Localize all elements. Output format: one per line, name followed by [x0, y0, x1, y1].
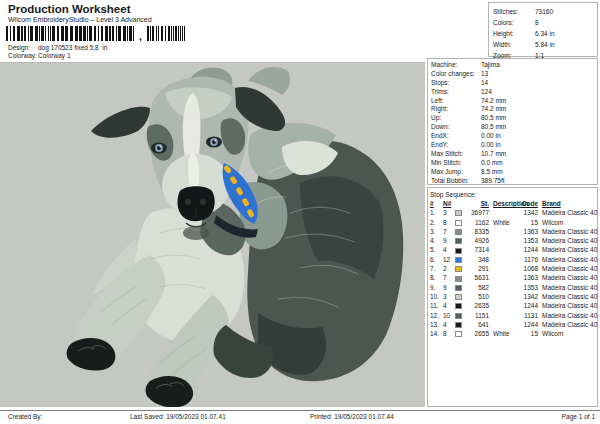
colorway-value: Colorway 1	[38, 52, 71, 59]
stop-sequence-row: 10.35101342Madeira Classic 40	[430, 292, 597, 301]
info-label: Height:	[493, 28, 535, 39]
stop-sequence-row: 3.783351363Madeira Classic 40	[430, 227, 597, 236]
column-header: St.	[466, 199, 491, 208]
cell-st: 4926	[466, 236, 491, 245]
info-label: Stitches:	[493, 6, 535, 17]
cell-num: 13.	[430, 320, 443, 329]
info-row: Left:74.2 mm	[431, 97, 597, 106]
info-row: Right:74.2 mm	[431, 105, 597, 114]
info-row: Trims:124	[431, 88, 597, 97]
info-value: 389.75ft	[481, 177, 597, 186]
info-label: Left:	[431, 97, 481, 106]
info-row: Color changes:13	[431, 70, 597, 79]
cell-code: 1131	[513, 311, 538, 320]
dog-left-eye	[151, 142, 167, 153]
info-label: Min Stitch:	[431, 159, 481, 168]
info-label: Up:	[431, 114, 481, 123]
column-header: N#	[443, 199, 455, 208]
colorway-row: Colorway:Colorway 1	[8, 52, 71, 59]
info-value: 80.5 mm	[481, 114, 597, 123]
cell-brand: Madeira Classic 40	[538, 320, 597, 329]
info-value: 8	[535, 17, 597, 28]
barcode-separator: ,	[139, 31, 142, 42]
dog-right-eye	[206, 136, 222, 147]
cell-st: 510	[466, 292, 491, 301]
stop-sequence-title: Stop Sequence:	[430, 190, 597, 199]
cell-brand: Madeira Classic 40	[538, 311, 597, 320]
cell-code: 1342	[513, 292, 538, 301]
page-title: Production Worksheet	[8, 3, 130, 15]
column-header: #	[430, 199, 443, 208]
footer-divider	[0, 410, 600, 411]
info-label: Colors:	[493, 17, 535, 28]
cell-n: 8	[443, 329, 455, 338]
info-label: Trims:	[431, 88, 481, 97]
cell-brand: Madeira Classic 40	[538, 292, 597, 301]
cell-st: 8335	[466, 227, 491, 236]
stop-sequence-panel: Stop Sequence: #N#St.DescriptionCodeBran…	[427, 187, 598, 407]
cell-brand: Madeira Classic 40	[538, 301, 597, 310]
cell-num: 2.	[430, 218, 443, 227]
info-value: 74.2 mm	[481, 105, 597, 114]
cell-n: 3	[443, 208, 455, 217]
cell-num: 9.	[430, 283, 443, 292]
footer-last-saved: Last Saved: 19/05/2023 01.07.41	[130, 413, 226, 420]
info-value: 0.0 mm	[481, 159, 597, 168]
cell-num: 11.	[430, 301, 443, 310]
thread-color-swatch	[455, 276, 462, 282]
cell-n: 7	[443, 227, 455, 236]
cell-code: 1342	[513, 208, 538, 217]
cell-brand: Madeira Classic 40	[538, 227, 597, 236]
info-label: Color changes:	[431, 70, 481, 79]
thread-color-swatch	[455, 294, 462, 300]
cell-code: 1176	[513, 255, 538, 264]
cell-code: 1244	[513, 301, 538, 310]
stop-sequence-row: 9.95821353Madeira Classic 40	[430, 283, 597, 292]
cell-num: 5.	[430, 245, 443, 254]
cell-brand: Madeira Classic 40	[538, 255, 597, 264]
info-value: 13	[481, 70, 597, 79]
stop-sequence-row: 14.82655White15Wilcom	[430, 329, 597, 338]
info-row: Min Stitch:0.0 mm	[431, 159, 597, 168]
design-barcode: ,	[6, 26, 196, 43]
info-label: EndY:	[431, 141, 481, 150]
cell-brand: Madeira Classic 40	[538, 245, 597, 254]
cell-brand: Wilcom	[538, 218, 597, 227]
info-value: 74.2 mm	[481, 97, 597, 106]
cell-brand: Madeira Classic 40	[538, 283, 597, 292]
footer-printed: Printed: 19/05/2023 01.07.44	[310, 413, 394, 420]
cell-desc: White	[491, 329, 513, 338]
design-value: dog 170523 fixed 5,8 in	[38, 44, 107, 51]
cell-n: 2	[443, 264, 455, 273]
column-header: Code	[513, 199, 538, 208]
cell-n: 10	[443, 311, 455, 320]
info-row: Height:6.34 in	[493, 28, 597, 39]
thread-color-swatch	[455, 266, 462, 272]
cell-brand: Wilcom	[538, 329, 597, 338]
stop-sequence-row: 11.426351244Madeira Classic 40	[430, 301, 597, 310]
production-worksheet-page: Production Worksheet Wilcom EmbroiderySt…	[0, 0, 600, 424]
design-stats-panel: Stitches:73160Colors:8Height:6.34 inWidt…	[488, 2, 598, 57]
cell-st: 1151	[466, 311, 491, 320]
cell-num: 3.	[430, 227, 443, 236]
info-value: Tajima	[481, 61, 597, 70]
stop-sequence-row: 6.123481176Madeira Classic 40	[430, 255, 597, 264]
thread-color-swatch	[455, 229, 462, 235]
stop-sequence-row: 8.756311363Madeira Classic 40	[430, 273, 597, 282]
info-row: Width:5.84 in	[493, 39, 597, 50]
info-row: Stitches:73160	[493, 6, 597, 17]
cell-code: 1353	[513, 283, 538, 292]
info-row: Max Jump:8.5 mm	[431, 168, 597, 177]
cell-n: 4	[443, 301, 455, 310]
info-label: Machine:	[431, 61, 481, 70]
cell-num: 14.	[430, 329, 443, 338]
stop-sequence-row: 2.81162White15Wilcom	[430, 218, 597, 227]
thread-color-swatch	[455, 331, 462, 337]
cell-st: 291	[466, 264, 491, 273]
info-row: Stops:14	[431, 79, 597, 88]
cell-n: 9	[443, 283, 455, 292]
cell-st: 1162	[466, 218, 491, 227]
cell-code: 1068	[513, 264, 538, 273]
cell-n: 4	[443, 245, 455, 254]
column-header: Brand	[538, 199, 597, 208]
